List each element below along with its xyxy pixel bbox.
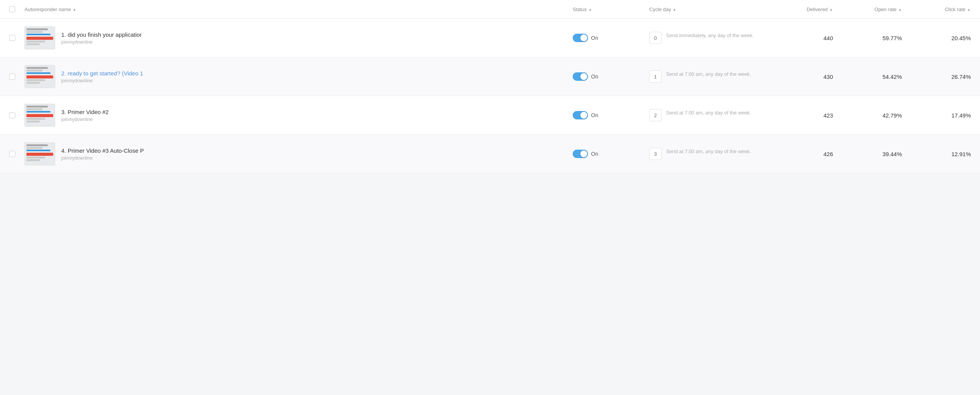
header-delivered-label: Delivered bbox=[807, 7, 828, 12]
header-status[interactable]: Status ▲ bbox=[573, 7, 649, 12]
row-checkbox-cell bbox=[9, 35, 24, 41]
row-status-cell: On bbox=[573, 72, 649, 81]
table-row: 2. ready to get started? (Video 1 joinmy… bbox=[0, 57, 980, 96]
row-delivered: 423 bbox=[772, 112, 833, 119]
select-all-checkbox[interactable] bbox=[9, 6, 15, 12]
row-subtitle: joinmydownline bbox=[61, 117, 109, 122]
toggle-knob bbox=[580, 112, 587, 119]
row-status-label: On bbox=[591, 35, 598, 41]
row-cycle-text: Send at 7:00 am, any day of the week. bbox=[666, 148, 751, 155]
row-delivered: 430 bbox=[772, 73, 833, 80]
row-name-cell: 4. Primer Video #3 Auto-Close P joinmydo… bbox=[24, 142, 573, 165]
row-cycle-text: Send at 7:00 am, any day of the week. bbox=[666, 109, 751, 117]
row-cycle-badge: 2 bbox=[649, 109, 662, 121]
row-status-toggle[interactable] bbox=[573, 111, 588, 119]
table-body: 1. did you finish your applicatior joinm… bbox=[0, 19, 980, 173]
row-thumbnail bbox=[24, 104, 55, 127]
header-delivered-sort-icon: ▲ bbox=[829, 7, 833, 11]
header-checkbox-cell bbox=[9, 6, 24, 12]
row-cycle-text: Send immediately, any day of the week. bbox=[666, 32, 754, 39]
row-name-info: 1. did you finish your applicatior joinm… bbox=[61, 31, 142, 45]
row-delivered: 440 bbox=[772, 35, 833, 41]
row-cycle-cell: 1 Send at 7:00 am, any day of the week. bbox=[649, 70, 772, 83]
header-click-rate-sort-icon: ▲ bbox=[967, 7, 971, 11]
row-status-cell: On bbox=[573, 111, 649, 119]
header-name-sort-icon: ▲ bbox=[72, 7, 76, 11]
table-row: 1. did you finish your applicatior joinm… bbox=[0, 19, 980, 57]
row-open-rate: 42.79% bbox=[833, 112, 902, 119]
header-click-rate[interactable]: Click rate ▲ bbox=[902, 7, 971, 12]
row-status-cell: On bbox=[573, 34, 649, 42]
row-click-rate: 17.49% bbox=[902, 112, 971, 119]
row-thumbnail bbox=[24, 65, 55, 88]
row-checkbox-cell bbox=[9, 112, 24, 118]
row-name-info: 3. Primer Video #2 joinmydownline bbox=[61, 109, 109, 122]
row-title[interactable]: 2. ready to get started? (Video 1 bbox=[61, 70, 143, 77]
row-thumbnail bbox=[24, 26, 55, 49]
autoresponder-table: Autoresponder name ▲ Status ▲ Cycle day … bbox=[0, 0, 980, 173]
table-header: Autoresponder name ▲ Status ▲ Cycle day … bbox=[0, 0, 980, 19]
header-cycle-label: Cycle day bbox=[649, 7, 671, 12]
toggle-knob bbox=[580, 150, 587, 157]
header-name-label: Autoresponder name bbox=[24, 7, 71, 12]
row-cycle-badge: 1 bbox=[649, 70, 662, 83]
row-cycle-text: Send at 7:00 am, any day of the week. bbox=[666, 70, 751, 78]
row-checkbox[interactable] bbox=[9, 112, 15, 118]
table-row: 3. Primer Video #2 joinmydownline On 2 S… bbox=[0, 96, 980, 135]
toggle-knob bbox=[580, 34, 587, 41]
row-title: 4. Primer Video #3 Auto-Close P bbox=[61, 147, 144, 154]
row-status-label: On bbox=[591, 151, 598, 157]
row-name-info: 4. Primer Video #3 Auto-Close P joinmydo… bbox=[61, 147, 144, 161]
row-cycle-cell: 0 Send immediately, any day of the week. bbox=[649, 32, 772, 44]
table-row: 4. Primer Video #3 Auto-Close P joinmydo… bbox=[0, 135, 980, 173]
row-checkbox-cell bbox=[9, 151, 24, 157]
header-cycle-sort-icon: ▲ bbox=[673, 7, 676, 11]
row-click-rate: 26.74% bbox=[902, 73, 971, 80]
row-status-cell: On bbox=[573, 150, 649, 158]
row-status-label: On bbox=[591, 112, 598, 118]
row-checkbox-cell bbox=[9, 73, 24, 80]
row-subtitle: joinmydownline bbox=[61, 39, 142, 45]
row-status-label: On bbox=[591, 73, 598, 80]
header-status-label: Status bbox=[573, 7, 587, 12]
header-delivered[interactable]: Delivered ▲ bbox=[772, 7, 833, 12]
row-title: 1. did you finish your applicatior bbox=[61, 31, 142, 38]
row-open-rate: 54.42% bbox=[833, 73, 902, 80]
row-status-toggle[interactable] bbox=[573, 72, 588, 81]
row-subtitle: joinmydownline bbox=[61, 155, 144, 161]
row-delivered: 426 bbox=[772, 151, 833, 157]
row-name-cell: 1. did you finish your applicatior joinm… bbox=[24, 26, 573, 49]
header-cycle[interactable]: Cycle day ▲ bbox=[649, 7, 772, 12]
row-cycle-cell: 3 Send at 7:00 am, any day of the week. bbox=[649, 148, 772, 160]
row-thumbnail bbox=[24, 142, 55, 165]
row-click-rate: 12.91% bbox=[902, 151, 971, 157]
header-open-rate-sort-icon: ▲ bbox=[898, 7, 902, 11]
toggle-knob bbox=[580, 73, 587, 80]
row-open-rate: 59.77% bbox=[833, 35, 902, 41]
row-checkbox[interactable] bbox=[9, 35, 15, 41]
row-checkbox[interactable] bbox=[9, 151, 15, 157]
row-status-toggle[interactable] bbox=[573, 150, 588, 158]
row-cycle-badge: 0 bbox=[649, 32, 662, 44]
row-open-rate: 39.44% bbox=[833, 151, 902, 157]
row-cycle-cell: 2 Send at 7:00 am, any day of the week. bbox=[649, 109, 772, 121]
row-title: 3. Primer Video #2 bbox=[61, 109, 109, 115]
row-status-toggle[interactable] bbox=[573, 34, 588, 42]
header-open-rate[interactable]: Open rate ▲ bbox=[833, 7, 902, 12]
row-subtitle: joinmydownline bbox=[61, 78, 143, 83]
header-open-rate-label: Open rate bbox=[874, 7, 897, 12]
header-click-rate-label: Click rate bbox=[945, 7, 965, 12]
header-status-sort-icon: ▲ bbox=[588, 7, 592, 11]
row-cycle-badge: 3 bbox=[649, 148, 662, 160]
row-checkbox[interactable] bbox=[9, 73, 15, 80]
row-name-cell: 3. Primer Video #2 joinmydownline bbox=[24, 104, 573, 127]
row-name-cell: 2. ready to get started? (Video 1 joinmy… bbox=[24, 65, 573, 88]
row-name-info: 2. ready to get started? (Video 1 joinmy… bbox=[61, 70, 143, 83]
header-name[interactable]: Autoresponder name ▲ bbox=[24, 7, 573, 12]
row-click-rate: 20.45% bbox=[902, 35, 971, 41]
